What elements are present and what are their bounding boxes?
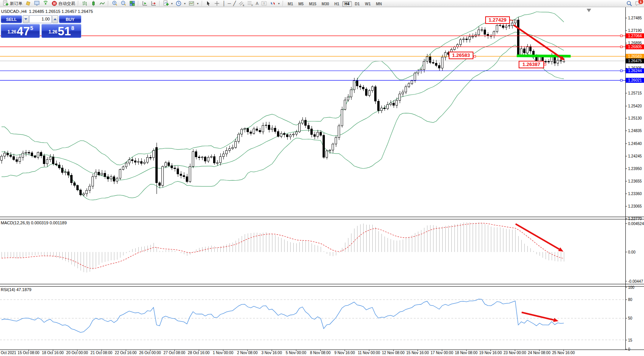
crosshair-button[interactable] xyxy=(213,0,222,7)
candle-body xyxy=(384,108,386,109)
volume-decrease-button[interactable] xyxy=(23,15,29,23)
candle-body xyxy=(378,101,380,110)
candle-body xyxy=(241,129,243,134)
annotation-low-price[interactable]: 1.26387 xyxy=(519,61,544,68)
tab-timeframe-m5[interactable]: M5 xyxy=(296,1,306,7)
candle-body xyxy=(77,185,79,190)
candle-body xyxy=(308,126,310,129)
tab-timeframe-h4[interactable]: H4 xyxy=(342,1,352,7)
trendline-button[interactable]: ╱ xyxy=(232,0,237,7)
price-tag-1.27064[interactable]: 1.27064 xyxy=(626,33,644,38)
tab-timeframe-d1[interactable]: D1 xyxy=(353,1,362,7)
bollinger-lower-band xyxy=(2,45,564,200)
chat-icon[interactable]: 1 xyxy=(635,0,641,6)
auto-scroll-button[interactable] xyxy=(140,0,149,7)
candlestick-button[interactable] xyxy=(89,0,98,7)
candle-body xyxy=(244,129,246,129)
price-tag-1.26244[interactable]: 1.26244 xyxy=(626,68,644,73)
candle-body xyxy=(432,63,434,63)
vertical-line-button[interactable]: │ xyxy=(222,0,227,7)
candle-body xyxy=(517,20,519,55)
line-chart-button[interactable] xyxy=(98,0,106,7)
toolbar-separator xyxy=(159,1,160,6)
tab-timeframe-m30[interactable]: M30 xyxy=(320,1,331,7)
tile-windows-button[interactable] xyxy=(128,0,136,7)
new-order-button[interactable]: 新订单 xyxy=(1,0,24,7)
candle-body xyxy=(13,157,15,160)
buy-price-button[interactable]: 1.26 51 8 xyxy=(41,24,81,38)
ohlc-close: 1.26475 xyxy=(78,9,93,14)
search-icon[interactable] xyxy=(626,0,633,6)
candle-body xyxy=(429,57,431,63)
monitor-icon xyxy=(33,0,40,6)
chart-area[interactable]: 1.274851.271901.268951.263051.257151.254… xyxy=(0,7,644,356)
tab-timeframe-h1[interactable]: H1 xyxy=(332,1,342,7)
tab-timeframe-m1[interactable]: M1 xyxy=(285,1,295,7)
candle-body xyxy=(396,100,398,105)
tab-timeframe-w1[interactable]: W1 xyxy=(362,1,373,7)
horizontal-line-button[interactable]: ─ xyxy=(226,0,232,7)
auto-trading-button[interactable]: 自动交易 xyxy=(50,0,76,7)
price-tag-1.26583[interactable]: 1.26583 xyxy=(626,54,644,59)
indicators-button[interactable]: ▼ xyxy=(161,0,174,7)
buy-button[interactable]: BUY xyxy=(59,15,81,23)
sell-button[interactable]: SELL xyxy=(1,15,22,23)
annotation-mid-price[interactable]: 1.26583 xyxy=(449,52,473,59)
volume-increase-button[interactable] xyxy=(52,15,58,23)
hline-handle[interactable] xyxy=(620,35,622,37)
price-tag-1.26021[interactable]: 1.26021 xyxy=(626,78,644,83)
candle-body xyxy=(195,151,197,157)
candle-body xyxy=(353,81,355,90)
templates-button[interactable]: ▼ xyxy=(187,0,200,7)
annotation-peak-price[interactable]: 1.27429 xyxy=(486,17,510,24)
dropdown-caret: ▼ xyxy=(171,2,173,5)
candle-body xyxy=(80,190,82,195)
time-label: 3 Nov 16:00 xyxy=(261,351,282,355)
candle-body xyxy=(369,90,370,95)
cursor-button[interactable] xyxy=(204,0,213,7)
candle-body xyxy=(302,120,304,123)
candle-body xyxy=(502,26,504,27)
market-watch-button[interactable] xyxy=(32,0,41,7)
time-axis[interactable]: Oct 202115 Oct 08:0018 Oct 16:0020 Oct 0… xyxy=(1,350,575,355)
chart-shift-marker[interactable] xyxy=(587,9,591,12)
hline-handle[interactable] xyxy=(620,70,622,72)
candle-body xyxy=(320,132,322,135)
candle-body xyxy=(98,172,100,175)
fibonacci-button[interactable]: F xyxy=(246,0,255,7)
candle-body xyxy=(314,134,316,136)
candle-body xyxy=(229,148,231,150)
bar-chart-button[interactable] xyxy=(80,0,89,7)
periods-button[interactable]: ▼ xyxy=(174,0,187,7)
auto-scroll-icon xyxy=(141,0,148,6)
candle-body xyxy=(223,154,225,156)
text-button[interactable]: A xyxy=(255,0,259,7)
sell-price-button[interactable]: 1.26 47 5 xyxy=(1,24,40,38)
chart-shift-button[interactable] xyxy=(149,0,158,7)
tab-timeframe-m15[interactable]: M15 xyxy=(307,1,318,7)
green-support-line[interactable] xyxy=(517,56,571,56)
rsi-axis-label: 15 xyxy=(628,338,633,342)
time-label: 25 Nov 16:00 xyxy=(552,351,575,355)
zoom-out-button[interactable] xyxy=(119,0,128,7)
price-tag-1.26805[interactable]: 1.26805 xyxy=(626,44,644,49)
signal-button[interactable] xyxy=(41,0,50,7)
candle-body xyxy=(347,97,349,100)
hline-handle[interactable] xyxy=(620,79,622,81)
hline-handle[interactable] xyxy=(620,46,622,48)
equidistant-channel-button[interactable]: E xyxy=(237,0,246,7)
tab-timeframe-mn[interactable]: MN xyxy=(373,1,384,7)
time-label: 21 Oct 08:00 xyxy=(90,351,112,355)
candle-body xyxy=(530,47,532,51)
candle-body xyxy=(326,151,328,157)
candle-body xyxy=(34,156,36,158)
arrows-tool-button[interactable]: ▼ xyxy=(268,0,281,7)
price-tag-bid[interactable]: 1.26475 xyxy=(626,58,644,63)
candle-body xyxy=(37,153,39,158)
zoom-in-button[interactable] xyxy=(110,0,119,7)
text-label-button[interactable]: T xyxy=(259,0,268,7)
trend-arrow-macd[interactable] xyxy=(516,224,563,252)
volume-input[interactable]: 1.00 xyxy=(29,15,52,23)
candle-body xyxy=(204,157,206,161)
history-center-button[interactable] xyxy=(24,0,32,7)
